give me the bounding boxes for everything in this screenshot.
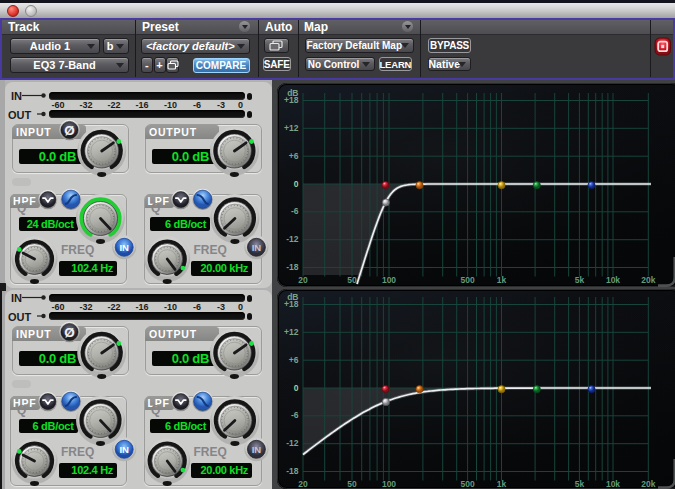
- svg-text:100: 100: [382, 275, 396, 285]
- svg-text:-18: -18: [286, 466, 299, 476]
- svg-text:+18: +18: [284, 95, 299, 105]
- svg-text:5k: 5k: [575, 275, 585, 285]
- svg-text:+12: +12: [284, 123, 299, 133]
- svg-text:-6: -6: [291, 206, 299, 216]
- svg-text:Ø: Ø: [64, 325, 75, 340]
- svg-text:IN: IN: [119, 242, 129, 253]
- svg-text:-12: -12: [286, 234, 299, 244]
- svg-text:500: 500: [461, 275, 475, 285]
- svg-text:0: 0: [294, 179, 299, 189]
- svg-text:20: 20: [298, 275, 308, 285]
- svg-text:+12: +12: [284, 327, 299, 337]
- svg-text:0: 0: [294, 383, 299, 393]
- svg-text:IN: IN: [252, 444, 262, 455]
- svg-text:IN: IN: [252, 242, 262, 253]
- svg-text:50: 50: [347, 275, 357, 285]
- svg-text:+6: +6: [289, 151, 299, 161]
- svg-text:-6: -6: [291, 410, 299, 420]
- svg-text:1k: 1k: [497, 275, 507, 285]
- svg-text:-12: -12: [286, 438, 299, 448]
- svg-text:+18: +18: [284, 299, 299, 309]
- svg-text:-18: -18: [286, 262, 299, 272]
- svg-text:+6: +6: [289, 355, 299, 365]
- svg-text:10k: 10k: [606, 275, 620, 285]
- svg-text:IN: IN: [119, 444, 129, 455]
- svg-text:Ø: Ø: [64, 123, 75, 138]
- svg-text:20k: 20k: [641, 275, 655, 285]
